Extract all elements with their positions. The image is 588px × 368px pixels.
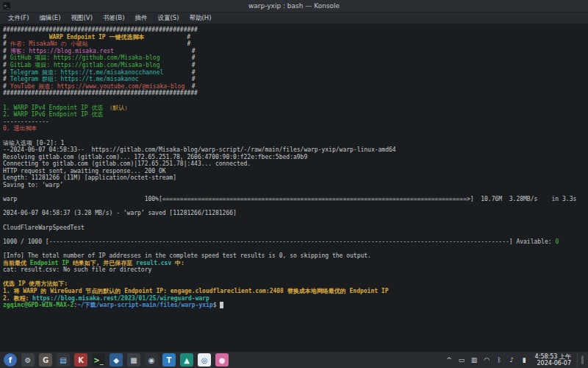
terminal-line xyxy=(3,189,588,197)
terminal-line: # Telegram 频道: https://t.me/misakanoccha… xyxy=(3,69,588,77)
volume-icon[interactable]: ♪ xyxy=(509,356,515,364)
wifi-icon[interactable]: ◠ xyxy=(484,356,490,364)
terminal-line: [Info] The total number of IP addresses … xyxy=(3,252,588,260)
chat-icon[interactable]: ● xyxy=(215,353,229,367)
terminal-line xyxy=(3,231,588,238)
steam-icon[interactable]: ◉ xyxy=(145,353,158,367)
terminal-line xyxy=(3,274,588,281)
terminal-line: HTTP request sent, awaiting response... … xyxy=(3,168,588,175)
window-titlebar[interactable]: >_ warp-yxip : bash — Konsole xyxy=(0,0,588,13)
terminal-line xyxy=(3,245,588,252)
terminal-line: 当前最优 Endpoint IP 结果如下, 并已保存至 result.csv … xyxy=(3,260,588,267)
terminal-line: 2024-06-07 04:58:37 (3.28 MB/s) - ‘warp’… xyxy=(3,210,588,217)
battery-icon[interactable]: ▮ xyxy=(521,356,528,364)
terminal-line: ########################################… xyxy=(3,90,588,97)
terminal-line: --2024-06-07 04:58:33-- https://gitlab.c… xyxy=(3,146,588,154)
menu-item-plugins[interactable]: 插件 xyxy=(129,14,152,23)
terminal-line: cat: result.csv: No such file or directo… xyxy=(3,266,588,274)
speedtest-progress-line: 1000 / 1000 [---------------------------… xyxy=(3,238,588,246)
terminal-line: # GitHub 项目: https://github.com/Misaka-b… xyxy=(3,54,588,62)
display-icon[interactable]: ▭ xyxy=(459,356,465,364)
panel-edge-handle[interactable] xyxy=(577,353,587,367)
download-progress-line: warp 100%[==============================… xyxy=(3,196,588,203)
browser-icon[interactable]: ◎ xyxy=(198,353,211,367)
bluetooth-icon[interactable]: ᛒ xyxy=(496,356,503,364)
terminal-line: 1. WARP IPv4 Endpoint IP 优选 （默认） xyxy=(3,105,588,112)
app-dark-icon[interactable]: ■ xyxy=(127,353,140,367)
code-editor-icon[interactable]: ◆ xyxy=(110,353,123,367)
terminal-line: Length: 11281266 (11M) [application/octe… xyxy=(3,174,588,182)
menu-item-bookmarks[interactable]: 书签(B) xyxy=(98,14,129,23)
terminal-line xyxy=(3,217,588,224)
terminal-line xyxy=(3,97,588,105)
terminal-line: 优选 IP 使用方法如下: xyxy=(3,280,588,288)
shell-prompt-line: zgqinc@GPD-WIN-MAX-2:~/下载/warp-script-ma… xyxy=(3,302,588,309)
terminal-line: # WARP Endpoint IP 一键优选脚本 # xyxy=(3,34,588,41)
terminal-line: Resolving gitlab.com (gitlab.com)... 172… xyxy=(3,154,588,161)
terminal-line: Connecting to gitlab.com (gitlab.com)|17… xyxy=(3,160,588,168)
menu-item-edit[interactable]: 编辑(E) xyxy=(35,14,66,23)
option-input-line: 请输入选项 [0-2]: 1 xyxy=(3,140,588,147)
terminal-line: # 博客: https://blog.misaka.rest # xyxy=(3,48,588,55)
keyboard-layout-icon[interactable]: ▥ xyxy=(471,356,478,364)
clock-date: 2024-06-07 xyxy=(535,360,571,367)
terminal-line: 2. 教程: https://blog.misaka.rest/2023/01/… xyxy=(3,295,588,302)
terminal-line xyxy=(3,132,588,140)
panel-edge-bar-icon xyxy=(581,355,584,364)
telegram-icon[interactable]: T xyxy=(162,353,176,367)
clock-time: 4:58:53 上午 xyxy=(535,353,571,360)
terminal-line: Saving to: ‘warp’ xyxy=(3,182,588,189)
app-launcher-icon[interactable]: f xyxy=(4,353,17,367)
tray-expander-icon[interactable]: ^ xyxy=(446,356,453,364)
gimp-icon[interactable]: G xyxy=(39,353,52,367)
terminal-line: # 作者: MisakaNo の 小破站 # xyxy=(3,40,588,48)
system-settings-icon[interactable]: ⚙ xyxy=(21,353,35,367)
terminal-line: CloudFlareWarpSpeedTest xyxy=(3,224,588,232)
desktop: >_ warp-yxip : bash — Konsole 文件(F)编辑(E)… xyxy=(0,0,588,368)
taskbar-apps: f⚙G▤K>_◆■◉T▲◎● xyxy=(1,352,231,368)
terminal-line xyxy=(3,203,588,210)
menu-item-settings[interactable]: 设置(S) xyxy=(152,14,184,23)
taskbar: f⚙G▤K>_◆■◉T▲◎● ^▭▥◠ᛒ♪▮ 4:58:53 上午 2024-0… xyxy=(0,351,588,368)
krita-icon[interactable]: K xyxy=(74,353,87,367)
window-title: warp-yxip : bash — Konsole xyxy=(248,2,340,10)
menu-item-view[interactable]: 视图(V) xyxy=(66,14,98,23)
terminal-output[interactable]: ########################################… xyxy=(0,24,588,351)
terminal-line: 0. 退出脚本 xyxy=(3,125,588,132)
terminal-line: # GitLab 项目: https://gitlab.com/Misaka-b… xyxy=(3,62,588,69)
photos-icon[interactable]: ▲ xyxy=(180,353,193,367)
terminal-line: ------------- xyxy=(3,118,588,126)
konsole-icon[interactable]: >_ xyxy=(92,353,105,367)
menu-item-help[interactable]: 帮助(H) xyxy=(184,14,217,23)
terminal-line: 2. WARP IPv6 Endpoint IP 优选 xyxy=(3,111,588,118)
konsole-window-icon: >_ xyxy=(3,2,10,10)
terminal-line: 1. 将 WARP 的 WireGuard 节点的默认的 Endpoint IP… xyxy=(3,288,588,295)
terminal-line: # YouTube 频道: https://www.youtube.com/@m… xyxy=(3,83,588,91)
system-tray: ^▭▥◠ᛒ♪▮ xyxy=(446,356,528,364)
menu-item-file[interactable]: 文件(F) xyxy=(3,14,35,23)
terminal-line: ########################################… xyxy=(3,26,588,34)
file-manager-icon[interactable]: ▤ xyxy=(57,353,70,367)
terminal-line: # Telegram 群组: https://t.me/misakanoc # xyxy=(3,76,588,83)
menu-bar: 文件(F)编辑(E)视图(V)书签(B)插件设置(S)帮助(H) xyxy=(0,13,588,24)
clock-widget[interactable]: 4:58:53 上午 2024-06-07 xyxy=(535,353,571,367)
